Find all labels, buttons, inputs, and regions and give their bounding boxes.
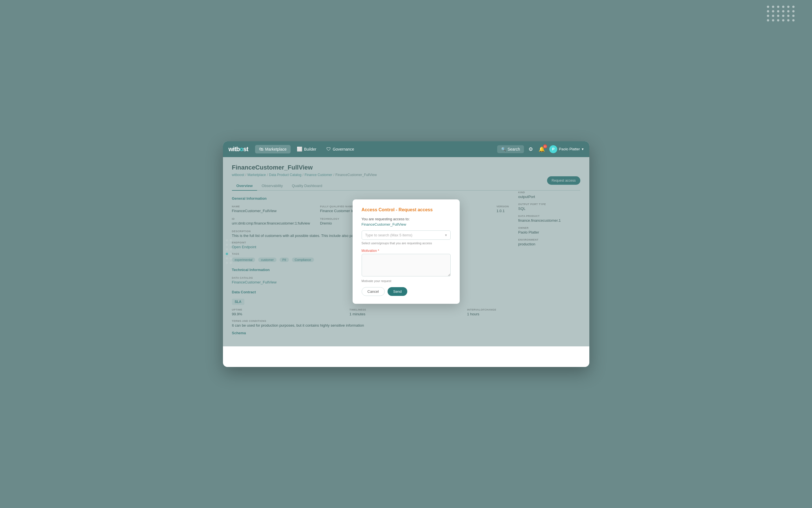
cancel-button[interactable]: Cancel [362, 287, 385, 296]
motivation-help-text: Motivate your request [362, 279, 451, 283]
motivation-label: Motivation * [362, 249, 451, 253]
search-icon: 🔍 [501, 147, 506, 152]
browser-window: witbost 🛍 Marketplace ⬜ Builder 🛡 Govern… [223, 141, 589, 367]
chevron-down-icon: ▾ [445, 233, 447, 237]
modal-title: Access Control - Request access [362, 207, 451, 212]
settings-button[interactable]: ⚙ [527, 145, 534, 154]
top-nav: witbost 🛍 Marketplace ⬜ Builder 🛡 Govern… [223, 141, 589, 157]
modal-overlay: Access Control - Request access You are … [223, 157, 589, 346]
search-button[interactable]: 🔍 Search [497, 145, 524, 153]
notification-badge: 11 [543, 144, 547, 149]
dots-decoration [767, 6, 795, 22]
logo: witbost [229, 145, 248, 153]
governance-icon: 🛡 [326, 147, 331, 152]
send-button[interactable]: Send [388, 287, 407, 296]
modal-actions: Cancel Send [362, 287, 451, 296]
marketplace-icon: 🛍 [259, 147, 264, 152]
nav-item-governance[interactable]: 🛡 Governance [323, 145, 358, 154]
modal-requesting-label: You are requesting access to: [362, 217, 451, 221]
motivation-textarea[interactable] [362, 254, 451, 277]
page-content: FinanceCustomer_FullView witboost / Mark… [223, 157, 589, 346]
nav-item-marketplace[interactable]: 🛍 Marketplace [255, 145, 291, 154]
modal-requesting-link[interactable]: FinanceCustomer_FullView [362, 222, 451, 226]
notifications-button[interactable]: 🔔 11 [537, 145, 546, 154]
user-menu[interactable]: P Paolo Platter ▾ [549, 145, 583, 153]
builder-icon: ⬜ [297, 146, 302, 152]
nav-item-builder[interactable]: ⬜ Builder [293, 145, 321, 154]
nav-right: 🔍 Search ⚙ 🔔 11 P Paolo Platter ▾ [497, 145, 584, 154]
access-control-modal: Access Control - Request access You are … [352, 200, 460, 304]
avatar: P [549, 145, 557, 153]
search-help-text: Select users/groups that you are request… [362, 242, 451, 245]
gear-icon: ⚙ [528, 146, 533, 152]
users-groups-dropdown[interactable]: Type to search (Max 5 items) ▾ [362, 230, 451, 240]
chevron-down-icon: ▾ [582, 147, 584, 151]
